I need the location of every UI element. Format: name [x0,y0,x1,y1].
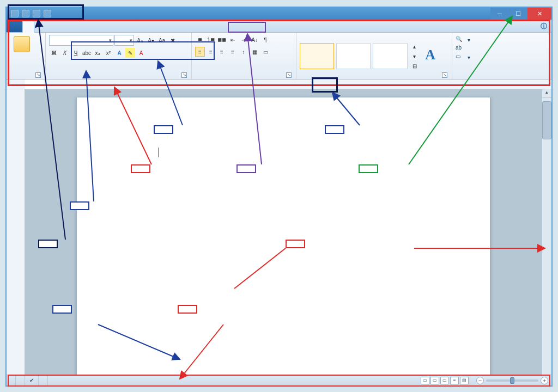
text-effects-button[interactable]: A [114,48,124,58]
italic-button[interactable]: К [60,48,70,58]
justify-button[interactable]: ≡ [228,47,238,57]
underline-button[interactable]: Ч [71,48,81,58]
tab-references[interactable] [56,20,67,32]
group-editing: 🔍 ▾ ab ▭ ▾ [452,33,551,79]
group-paragraph: ≣ 1≣ ≣≣ ⇤ ⇥ A↓ ¶ ≡ ≡ ≡ ≡ ↕ ▦ ▭ [192,33,296,79]
find-icon: 🔍 [456,36,463,44]
window-buttons: ─ ☐ ✕ [490,8,551,20]
quick-access-toolbar [7,8,56,20]
status-bar: ✔ ▭ ▭ ▭ ≡ ▤ − + [7,375,551,385]
subscript-button[interactable]: x₂ [93,48,102,58]
bold-button[interactable]: Ж [49,48,59,58]
replace-icon: ab [456,45,463,52]
font-dialog-launcher[interactable]: ↘ [181,72,187,78]
change-styles-icon: A [425,47,441,64]
font-size-combo[interactable] [114,35,134,46]
scroll-thumb[interactable] [542,101,551,139]
ann-ribbon [131,164,150,173]
tab-review[interactable] [78,20,89,32]
line-spacing-button[interactable]: ↕ [239,47,248,57]
font-family-combo[interactable] [49,35,113,46]
zoom-slider[interactable] [486,379,538,382]
ribbon-tabs: ⓘ [7,20,551,33]
ann-tab [236,164,256,173]
status-proofing[interactable]: ✔ [25,375,39,385]
zoom-slider-knob[interactable] [510,377,514,384]
change-styles-button[interactable]: A [418,46,448,66]
show-marks-button[interactable]: ¶ [260,35,270,45]
tab-insert[interactable] [34,20,45,32]
align-center-button[interactable]: ≡ [206,47,216,57]
ann-group [154,125,173,134]
tab-mailings[interactable] [67,20,78,32]
paste-button[interactable] [10,35,34,54]
ribbon: ↘ A▴ A▾ Aa ✖ Ж К Ч abc x₂ x² [7,33,551,79]
change-case-button[interactable]: Aa [157,35,167,45]
group-styles: ▴ ▾ ⊟ A ↘ [296,33,452,79]
text-cursor [159,148,159,157]
find-button[interactable]: 🔍 ▾ [456,36,470,44]
superscript-button[interactable]: x² [104,48,113,58]
shading-button[interactable]: ▦ [250,47,259,57]
help-icon[interactable]: ⓘ [536,20,551,32]
select-button[interactable]: ▭ ▾ [456,53,470,61]
word-icon [11,10,19,17]
indent-inc-button[interactable]: ⇥ [239,35,248,45]
maximize-button[interactable]: ☐ [509,8,527,20]
sort-button[interactable]: A↓ [250,35,259,45]
indent-dec-button[interactable]: ⇤ [228,35,238,45]
view-draft[interactable]: ▤ [460,377,469,384]
style-normal[interactable] [300,43,334,69]
proofing-icon: ✔ [29,377,34,383]
style-no-spacing[interactable] [336,43,371,69]
ann-qat [38,240,58,248]
style-heading[interactable] [373,43,407,69]
bullets-button[interactable]: ≣ [195,35,205,45]
view-print-layout[interactable]: ▭ [421,377,429,384]
multilevel-button[interactable]: ≣≣ [217,35,227,45]
scroll-up-button[interactable]: ▴ [542,89,551,98]
vertical-scrollbar[interactable]: ▴ [542,89,551,375]
align-left-button[interactable]: ≡ [195,47,205,57]
zoom-in-button[interactable]: + [541,377,548,384]
view-outline[interactable]: ≡ [450,377,459,384]
vertical-ruler[interactable] [7,89,25,375]
status-page[interactable] [7,375,16,385]
tab-acrobat[interactable] [100,20,111,32]
paragraph-dialog-launcher[interactable]: ↘ [286,72,292,78]
ann-statusbar [178,305,197,314]
status-language[interactable] [39,375,48,385]
tab-page-layout[interactable] [45,20,56,32]
status-words[interactable] [16,375,25,385]
ruler-corner [7,79,25,89]
align-right-button[interactable]: ≡ [217,47,227,57]
view-web[interactable]: ▭ [440,377,449,384]
strike-button[interactable]: abc [82,48,92,58]
borders-button[interactable]: ▭ [260,47,270,57]
zoom-out-button[interactable]: − [476,377,484,384]
horizontal-ruler[interactable] [44,79,551,89]
grow-font-button[interactable]: A▴ [135,35,145,45]
tab-home[interactable] [22,20,34,33]
shrink-font-button[interactable]: A▾ [146,35,156,45]
save-icon[interactable] [22,10,29,17]
tab-abbyy[interactable] [111,20,122,32]
numbering-button[interactable]: 1≣ [206,35,216,45]
close-button[interactable]: ✕ [527,8,551,20]
select-icon: ▭ [456,53,463,61]
highlight-button[interactable]: ✎ [125,48,135,58]
clipboard-dialog-launcher[interactable]: ↘ [35,72,41,78]
clear-format-button[interactable]: ✖ [168,35,178,45]
tab-file[interactable] [7,20,22,32]
minimize-button[interactable]: ─ [490,8,509,20]
font-color-button[interactable]: A [136,48,146,58]
document-page[interactable] [76,97,490,375]
replace-button[interactable]: ab [456,45,465,52]
redo-icon[interactable] [44,10,51,17]
view-full-screen[interactable]: ▭ [430,377,439,384]
work-area: ▴ [7,89,551,375]
undo-icon[interactable] [33,10,40,17]
tab-view[interactable] [89,20,100,32]
styles-dialog-launcher[interactable]: ↘ [442,72,447,78]
view-buttons: ▭ ▭ ▭ ≡ ▤ [418,377,471,384]
